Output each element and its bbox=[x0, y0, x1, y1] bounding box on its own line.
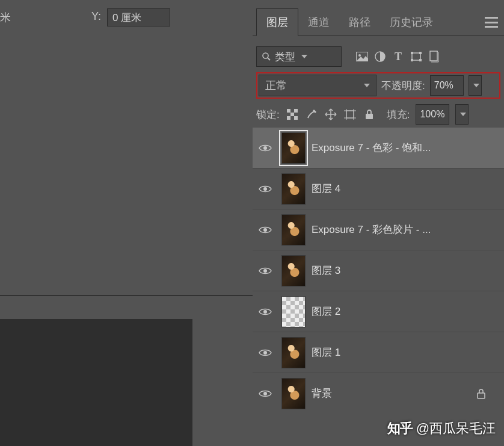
filter-shape-icon[interactable] bbox=[409, 49, 423, 64]
fill-input[interactable] bbox=[416, 104, 449, 125]
svg-point-0 bbox=[263, 53, 268, 58]
layer-thumbnail[interactable] bbox=[281, 214, 306, 246]
watermark-text: @西瓜呆毛汪 bbox=[416, 420, 496, 438]
svg-line-1 bbox=[268, 58, 270, 60]
svg-rect-10 bbox=[419, 59, 422, 61]
svg-point-30 bbox=[263, 228, 267, 232]
tab-paths[interactable]: 路径 bbox=[339, 9, 380, 36]
fill-stepper[interactable] bbox=[455, 104, 469, 125]
visibility-eye-icon[interactable] bbox=[259, 348, 275, 358]
visibility-eye-icon[interactable] bbox=[259, 184, 275, 194]
svg-rect-14 bbox=[290, 113, 294, 116]
search-icon bbox=[262, 52, 271, 61]
svg-rect-8 bbox=[419, 52, 422, 54]
svg-text:T: T bbox=[395, 51, 402, 62]
svg-rect-18 bbox=[346, 111, 354, 118]
svg-point-33 bbox=[263, 351, 267, 355]
svg-point-29 bbox=[263, 187, 267, 191]
layer-thumbnail[interactable] bbox=[281, 255, 306, 286]
tab-channels[interactable]: 通道 bbox=[298, 9, 339, 36]
layer-thumbnail[interactable] bbox=[281, 173, 306, 205]
opacity-input[interactable] bbox=[430, 75, 464, 96]
y-position-label: Y: bbox=[91, 10, 101, 23]
svg-rect-6 bbox=[412, 53, 420, 60]
layer-item[interactable]: Exposure 7 - 彩色胶片 - ... bbox=[253, 209, 504, 250]
lock-artboard-icon[interactable] bbox=[343, 108, 357, 121]
layers-list: Exposure 7 - 色彩 - 饱和...图层 4Exposure 7 - … bbox=[253, 128, 504, 412]
svg-point-34 bbox=[263, 392, 267, 395]
filter-kind-label: 类型 bbox=[275, 50, 295, 64]
layer-name[interactable]: 图层 3 bbox=[312, 264, 504, 277]
watermark-logo: 知乎 bbox=[387, 420, 413, 438]
layer-thumbnail[interactable] bbox=[281, 337, 306, 368]
y-position-input[interactable] bbox=[107, 8, 170, 26]
layer-name[interactable]: Exposure 7 - 彩色胶片 - ... bbox=[312, 223, 504, 237]
unit-fragment: 米 bbox=[0, 10, 24, 25]
options-bar-fragment: 米 Y: bbox=[0, 0, 253, 36]
layer-item[interactable]: 图层 4 bbox=[253, 169, 504, 209]
layer-thumbnail[interactable] bbox=[281, 296, 306, 327]
layer-item[interactable]: 背景 bbox=[253, 373, 504, 412]
filter-smart-icon[interactable] bbox=[427, 49, 441, 64]
fill-label: 填充: bbox=[387, 108, 410, 122]
layer-item[interactable]: Exposure 7 - 色彩 - 饱和... bbox=[253, 128, 504, 169]
lock-label: 锁定: bbox=[256, 108, 280, 122]
chevron-down-icon bbox=[301, 55, 307, 58]
panel-menu-icon[interactable] bbox=[485, 17, 498, 28]
svg-rect-15 bbox=[294, 109, 298, 113]
svg-rect-17 bbox=[287, 116, 290, 120]
layer-item[interactable]: 图层 3 bbox=[253, 250, 504, 291]
filter-pixel-icon[interactable] bbox=[355, 49, 369, 64]
chevron-down-icon bbox=[473, 84, 479, 87]
panel-tabs: 图层 通道 路径 历史记录 bbox=[253, 8, 504, 36]
visibility-eye-icon[interactable] bbox=[259, 389, 275, 398]
canvas-viewport[interactable] bbox=[0, 319, 192, 446]
layer-thumbnail[interactable] bbox=[281, 378, 306, 409]
opacity-stepper[interactable] bbox=[469, 75, 482, 96]
svg-rect-11 bbox=[430, 51, 437, 61]
svg-point-3 bbox=[358, 54, 361, 57]
visibility-eye-icon[interactable] bbox=[259, 307, 275, 317]
lock-all-icon[interactable] bbox=[363, 108, 376, 121]
layer-name[interactable]: 图层 1 bbox=[312, 345, 504, 359]
svg-point-28 bbox=[263, 146, 267, 150]
svg-rect-16 bbox=[294, 116, 298, 120]
lock-transparency-icon[interactable] bbox=[286, 108, 299, 121]
chevron-down-icon bbox=[364, 84, 370, 87]
layer-item[interactable]: 图层 2 bbox=[253, 291, 504, 332]
watermark: 知乎 @西瓜呆毛汪 bbox=[387, 420, 496, 438]
filter-adjust-icon[interactable] bbox=[373, 49, 387, 64]
svg-rect-13 bbox=[287, 109, 290, 113]
layer-thumbnail[interactable] bbox=[281, 132, 306, 164]
lock-position-icon[interactable] bbox=[324, 108, 337, 121]
opacity-label: 不透明度: bbox=[381, 79, 425, 93]
blend-mode-dropdown[interactable]: 正常 bbox=[259, 75, 376, 96]
svg-point-32 bbox=[263, 310, 267, 314]
layer-name[interactable]: 图层 4 bbox=[312, 182, 504, 196]
svg-rect-35 bbox=[478, 393, 485, 398]
lock-row: 锁定: 填充: bbox=[256, 104, 500, 125]
svg-rect-27 bbox=[366, 114, 373, 119]
blend-mode-value: 正常 bbox=[265, 78, 287, 93]
lock-image-icon[interactable] bbox=[305, 108, 318, 121]
chevron-down-icon bbox=[460, 113, 466, 116]
tab-history[interactable]: 历史记录 bbox=[380, 9, 443, 36]
visibility-eye-icon[interactable] bbox=[259, 225, 275, 235]
layer-filter-row: 类型 T bbox=[256, 45, 500, 69]
divider-horizontal bbox=[0, 295, 253, 296]
visibility-eye-icon[interactable] bbox=[259, 143, 275, 153]
filter-type-icon[interactable]: T bbox=[391, 49, 405, 64]
svg-rect-7 bbox=[411, 52, 413, 54]
tab-layers[interactable]: 图层 bbox=[256, 8, 298, 36]
blend-mode-row: 正常 不透明度: bbox=[256, 72, 500, 99]
layer-name[interactable]: 图层 2 bbox=[312, 305, 504, 318]
layer-name[interactable]: Exposure 7 - 色彩 - 饱和... bbox=[312, 141, 504, 155]
svg-point-31 bbox=[263, 269, 267, 273]
layer-name[interactable]: 背景 bbox=[312, 386, 470, 400]
layer-item[interactable]: 图层 1 bbox=[253, 332, 504, 373]
lock-icon bbox=[476, 388, 486, 399]
svg-rect-9 bbox=[411, 59, 413, 61]
visibility-eye-icon[interactable] bbox=[259, 266, 275, 276]
filter-kind-dropdown[interactable]: 类型 bbox=[256, 46, 342, 67]
layers-panel: 图层 通道 路径 历史记录 类型 T 正常 不透明度: 锁定: bbox=[253, 0, 504, 446]
